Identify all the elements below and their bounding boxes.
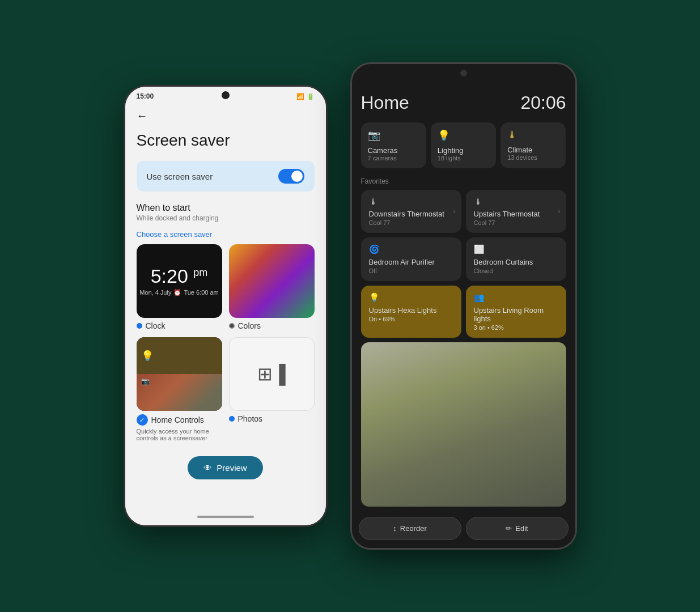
wifi-icon: 📶 (296, 93, 304, 100)
home-indicator-left (197, 516, 254, 518)
saver-item-home-controls[interactable]: 💡 📷 ✓ Home Controls Quickly access your … (137, 337, 222, 441)
curtains-name: Bedroom Curtains (474, 258, 558, 266)
camera-preview-image (361, 342, 566, 507)
home-controls-check: ✓ (137, 414, 148, 426)
home-controls-label-row: ✓ Home Controls (137, 414, 222, 426)
right-phone-bottom-bar: ↕ Reorder ✏ Edit (352, 512, 575, 548)
left-phone: 15:00 📶 🔋 ← Screen saver Use screen save… (124, 85, 328, 527)
device-grid: 🌡 Downstairs Thermostat Cool 77 › 🌡 Upst… (361, 190, 566, 338)
clock-ampm: pm (193, 266, 207, 278)
preview-btn-container: 👁 Preview (137, 447, 315, 479)
clock-date-display: Mon, 4 July ⏰ Tue 6:00 am (139, 289, 219, 296)
hexa-lights-name: Upstairs Hexa Lights (369, 306, 453, 314)
photos-icon: ⊞▐ (257, 363, 286, 385)
home-controls-label: Home Controls (151, 415, 204, 424)
climate-tile[interactable]: 🌡 Climate 13 devices (500, 122, 566, 168)
edit-label: Edit (515, 524, 528, 533)
lighting-icon: 💡 (438, 129, 489, 142)
downstairs-thermostat-icon: 🌡 (369, 197, 453, 206)
status-icons: 📶 🔋 (296, 93, 315, 100)
curtains-status: Closed (474, 267, 558, 274)
upstairs-thermostat-card[interactable]: 🌡 Upstairs Thermostat Cool 77 › (466, 190, 566, 233)
home-app-title: Home (361, 92, 409, 113)
hexa-lights-status: On • 69% (369, 316, 453, 322)
reorder-button[interactable]: ↕ Reorder (359, 517, 461, 540)
living-room-lights-name: Upstairs Living Room lights (474, 306, 558, 323)
clock-time-display: 5:20 pm (151, 266, 208, 286)
when-to-start-label: When to start (137, 203, 315, 213)
curtains-icon: ⬜ (474, 244, 558, 254)
camera-notch-right (460, 70, 467, 76)
clock-date-text: Mon, 4 July (139, 289, 171, 296)
clock-thumb[interactable]: 5:20 pm Mon, 4 July ⏰ Tue 6:00 am (137, 244, 222, 318)
colors-thumb[interactable] (229, 244, 315, 318)
upstairs-thermostat-name: Upstairs Thermostat (474, 210, 558, 218)
home-header: Home 20:06 (361, 92, 566, 113)
photos-thumb[interactable]: ⊞▐ (229, 337, 315, 411)
lighting-sub: 18 lights (438, 155, 489, 162)
home-thumb-top: 💡 (137, 337, 222, 374)
saver-item-clock[interactable]: 5:20 pm Mon, 4 July ⏰ Tue 6:00 am Clock (137, 244, 222, 330)
status-time: 15:00 (137, 92, 154, 100)
upstairs-thermostat-status: Cool 77 (474, 219, 558, 226)
alarm-icon: ⏰ (173, 289, 181, 296)
battery-icon: 🔋 (307, 93, 315, 100)
home-thumb-bottom: 📷 (137, 374, 222, 411)
use-screen-saver-toggle[interactable] (278, 169, 304, 184)
home-controls-thumb[interactable]: 💡 📷 (137, 337, 222, 411)
photos-dot (229, 416, 235, 422)
colors-label-row: Colors (229, 321, 315, 330)
downstairs-thermostat-name: Downstairs Thermostat (369, 210, 453, 218)
preview-button[interactable]: 👁 Preview (188, 456, 262, 479)
living-room-lights-icon: 👥 (474, 292, 558, 303)
lighting-name: Lighting (438, 146, 489, 155)
cameras-sub: 7 cameras (368, 155, 419, 162)
living-room-lights-status: 3 on • 62% (474, 324, 558, 331)
home-bar-left (125, 508, 326, 525)
upstairs-thermostat-chevron: › (558, 207, 561, 215)
clock-alarm-time: Tue 6:00 am (184, 289, 218, 296)
photos-label-row: Photos (229, 414, 315, 423)
saver-item-photos[interactable]: ⊞▐ Photos (229, 337, 315, 441)
cameras-name: Cameras (368, 146, 419, 155)
home-clock: 20:06 (520, 92, 566, 113)
downstairs-thermostat-card[interactable]: 🌡 Downstairs Thermostat Cool 77 › (361, 190, 461, 233)
lighting-tile[interactable]: 💡 Lighting 18 lights (431, 122, 496, 168)
left-phone-content: ← Screen saver Use screen saver When to … (125, 104, 326, 508)
upstairs-hexa-lights-card[interactable]: 💡 Upstairs Hexa Lights On • 69% (361, 286, 461, 338)
reorder-icon: ↕ (393, 524, 397, 533)
page-title: Screen saver (137, 131, 315, 150)
saver-item-colors[interactable]: Colors (229, 244, 315, 330)
air-purifier-name: Bedroom Air Purifier (369, 258, 453, 266)
edit-button[interactable]: ✏ Edit (466, 517, 569, 540)
photos-label: Photos (238, 414, 263, 423)
screen-saver-grid: 5:20 pm Mon, 4 July ⏰ Tue 6:00 am Clock (137, 244, 315, 441)
clock-label: Clock (146, 321, 166, 330)
bedroom-curtains-card[interactable]: ⬜ Bedroom Curtains Closed (466, 237, 566, 281)
choose-screen-saver-label: Choose a screen saver (137, 230, 315, 239)
camera-notch-left (222, 91, 230, 99)
when-to-start-sub: While docked and charging (137, 214, 315, 222)
quick-tiles: 📷 Cameras 7 cameras 💡 Lighting 18 lights… (361, 122, 566, 168)
right-phone: Home 20:06 📷 Cameras 7 cameras 💡 Lightin… (350, 62, 577, 550)
climate-icon: 🌡 (507, 129, 559, 141)
favorites-label: Favorites (361, 177, 566, 185)
toggle-label: Use screen saver (147, 172, 213, 181)
back-button[interactable]: ← (137, 104, 315, 126)
edit-icon: ✏ (506, 524, 512, 533)
hexa-lights-icon: 💡 (369, 292, 453, 303)
climate-sub: 13 devices (507, 154, 559, 161)
bedroom-air-purifier-card[interactable]: 🌀 Bedroom Air Purifier Off (361, 237, 461, 281)
reorder-label: Reorder (400, 524, 427, 533)
clock-dot (137, 323, 142, 329)
climate-name: Climate (507, 146, 559, 154)
cameras-icon: 📷 (368, 129, 419, 142)
colors-dot (229, 323, 235, 329)
upstairs-thermostat-icon: 🌡 (474, 197, 558, 206)
air-purifier-status: Off (369, 267, 453, 274)
cameras-tile[interactable]: 📷 Cameras 7 cameras (361, 122, 426, 168)
clock-label-row: Clock (137, 321, 222, 330)
upstairs-living-room-lights-card[interactable]: 👥 Upstairs Living Room lights 3 on • 62% (466, 286, 566, 338)
right-phone-content: Home 20:06 📷 Cameras 7 cameras 💡 Lightin… (352, 64, 575, 512)
air-purifier-icon: 🌀 (369, 244, 453, 254)
